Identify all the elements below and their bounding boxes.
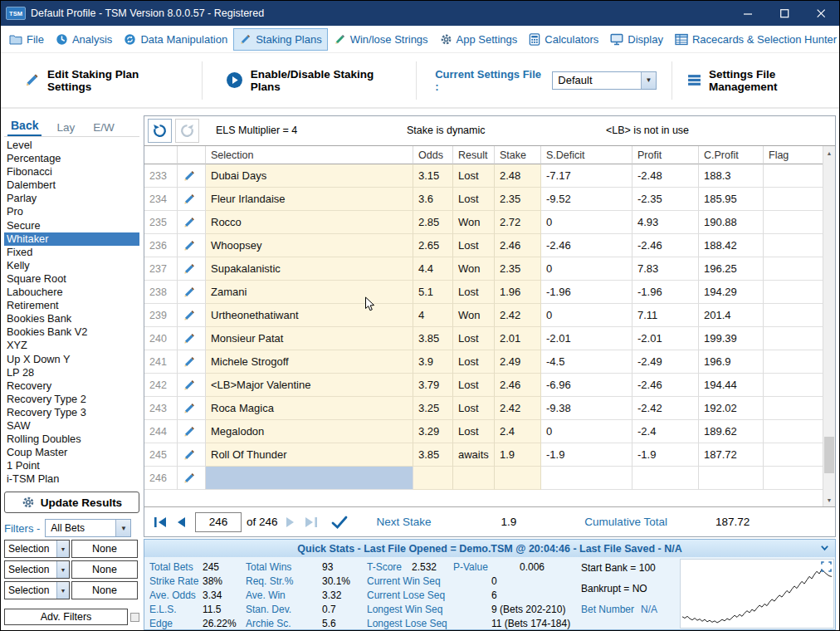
cell-selection[interactable]: Dubai Days bbox=[206, 164, 413, 188]
collapse-chevron-icon[interactable] bbox=[818, 542, 831, 555]
cell-sdeficit[interactable]: 0 bbox=[541, 211, 632, 234]
cell-result[interactable]: Lost bbox=[453, 420, 495, 443]
cell-cprofit[interactable]: 188.42 bbox=[699, 234, 764, 257]
cell-flag[interactable] bbox=[764, 397, 824, 420]
cell-cprofit[interactable]: 201.4 bbox=[699, 304, 764, 327]
cell-stake[interactable]: 2.01 bbox=[495, 327, 541, 350]
row-number-cell[interactable]: 236 bbox=[144, 234, 178, 257]
cell-selection[interactable]: Urtheonethatiwant bbox=[206, 304, 413, 327]
cell-profit[interactable]: -2.48 bbox=[632, 164, 699, 188]
adv-filters-button[interactable]: Adv. Filters bbox=[4, 609, 128, 625]
cell-stake[interactable]: 1.9 bbox=[495, 443, 541, 467]
cell-stake[interactable]: 2.42 bbox=[495, 304, 541, 327]
cell-sdeficit[interactable]: 0 bbox=[541, 257, 632, 281]
next-record-button[interactable] bbox=[285, 516, 296, 529]
cell-odds[interactable] bbox=[413, 467, 453, 490]
sidebar-item-xyz[interactable]: XYZ bbox=[4, 339, 139, 352]
cell-selection[interactable]: Supakalanistic bbox=[206, 257, 413, 281]
selection-filter-value-2[interactable]: None bbox=[71, 560, 138, 579]
cell-odds[interactable]: 3.29 bbox=[413, 420, 453, 443]
cell-selection[interactable]: Fleur Irlandaise bbox=[206, 188, 413, 211]
selection-filter-combobox-2[interactable]: Selection▼ bbox=[4, 560, 70, 579]
cell-odds[interactable]: 3.9 bbox=[413, 350, 453, 374]
cell-stake[interactable]: 2.35 bbox=[495, 257, 541, 281]
cell-odds[interactable]: 2.65 bbox=[413, 234, 453, 257]
cell-profit[interactable]: -2.42 bbox=[632, 397, 699, 420]
cell-cprofit[interactable]: 196.9 bbox=[699, 350, 764, 374]
cell-result[interactable]: Lost bbox=[453, 397, 495, 420]
sidebar-item-fibonacci[interactable]: Fibonacci bbox=[4, 165, 139, 179]
last-record-button[interactable] bbox=[303, 516, 319, 529]
edit-row-cell[interactable] bbox=[178, 164, 206, 188]
cell-cprofit[interactable]: 199.39 bbox=[699, 327, 764, 350]
sidebar-item-labouchere[interactable]: Labouchere bbox=[4, 286, 139, 299]
cell-selection[interactable]: Rocco bbox=[206, 211, 413, 234]
cell-profit[interactable]: -2.35 bbox=[632, 188, 699, 211]
row-number-cell[interactable]: 242 bbox=[144, 374, 178, 397]
cell-result[interactable]: Lost bbox=[453, 374, 495, 397]
cell-stake[interactable]: 2.4 bbox=[495, 420, 541, 443]
cell-stake[interactable]: 2.42 bbox=[495, 397, 541, 420]
update-results-button[interactable]: Update Results bbox=[4, 492, 139, 513]
cell-result[interactable]: Won bbox=[453, 211, 495, 234]
cell-profit[interactable]: -2.46 bbox=[632, 234, 699, 257]
cell-stake[interactable]: 2.35 bbox=[495, 188, 541, 211]
redo-refresh-button[interactable] bbox=[175, 119, 199, 143]
cell-result[interactable]: Lost bbox=[453, 327, 495, 350]
cell-cprofit[interactable]: 189.62 bbox=[699, 420, 764, 443]
cell-sdeficit[interactable] bbox=[541, 467, 632, 490]
cell-sdeficit[interactable]: -1.9 bbox=[541, 443, 632, 467]
cell-sdeficit[interactable]: 0 bbox=[541, 304, 632, 327]
selection-filter-combobox-1[interactable]: Selection▼ bbox=[4, 540, 70, 558]
menu-win-lose-strings[interactable]: Win/lose Strings bbox=[328, 28, 434, 51]
cell-odds[interactable]: 3.25 bbox=[413, 397, 453, 420]
cell-odds[interactable]: 2.85 bbox=[413, 211, 453, 234]
cell-sdeficit[interactable]: -6.96 bbox=[541, 374, 632, 397]
row-number-cell[interactable]: 237 bbox=[144, 257, 178, 281]
sidebar-item-whitaker[interactable]: Whitaker bbox=[4, 232, 139, 246]
row-number-cell[interactable]: 240 bbox=[144, 327, 178, 350]
sidebar-item-bookies-bank-v2[interactable]: Bookies Bank V2 bbox=[4, 325, 139, 339]
expand-chart-icon[interactable] bbox=[821, 561, 832, 575]
cell-cprofit[interactable]: 196.25 bbox=[699, 257, 764, 281]
cell-result[interactable]: Won bbox=[453, 257, 495, 281]
cell-stake[interactable]: 2.46 bbox=[495, 234, 541, 257]
vertical-scrollbar[interactable]: ▲ ▼ bbox=[823, 146, 835, 506]
cell-flag[interactable] bbox=[764, 257, 824, 281]
menu-staking-plans[interactable]: Staking Plans bbox=[233, 28, 328, 51]
edit-row-cell[interactable] bbox=[178, 467, 206, 490]
selection-filter-value-3[interactable]: None bbox=[71, 581, 138, 599]
cell-cprofit[interactable]: 192.02 bbox=[699, 397, 764, 420]
cell-selection[interactable]: Zamani bbox=[206, 281, 413, 304]
cell-sdeficit[interactable]: -1.96 bbox=[541, 281, 632, 304]
cell-cprofit[interactable]: 190.88 bbox=[699, 211, 764, 234]
cell-odds[interactable]: 3.85 bbox=[413, 443, 453, 467]
cell-odds[interactable]: 4 bbox=[413, 304, 453, 327]
edit-row-cell[interactable] bbox=[178, 374, 206, 397]
cell-selection[interactable]: Monsieur Patat bbox=[206, 327, 413, 350]
cell-sdeficit[interactable]: -2.01 bbox=[541, 327, 632, 350]
cell-cprofit[interactable]: 185.95 bbox=[699, 188, 764, 211]
cell-selection[interactable]: Michele Strogoff bbox=[206, 350, 413, 374]
chevron-down-icon[interactable]: ▼ bbox=[56, 541, 69, 557]
sidebar-item-i-tsm-plan[interactable]: i-TSM Plan bbox=[4, 472, 139, 486]
row-number-cell[interactable]: 234 bbox=[144, 188, 178, 211]
enable-disable-staking-plans-button[interactable]: Enable/Disable Staking Plans bbox=[226, 68, 398, 93]
row-number-cell[interactable]: 245 bbox=[144, 443, 178, 467]
close-button[interactable] bbox=[803, 1, 839, 26]
row-number-cell[interactable]: 243 bbox=[144, 397, 178, 420]
edit-row-cell[interactable] bbox=[178, 304, 206, 327]
cell-odds[interactable]: 3.6 bbox=[413, 188, 453, 211]
sidebar-item-kelly[interactable]: Kelly bbox=[4, 259, 139, 272]
cell-profit[interactable] bbox=[632, 467, 699, 490]
cell-cprofit[interactable]: 194.29 bbox=[699, 281, 764, 304]
sidebar-item-1-point[interactable]: 1 Point bbox=[4, 459, 139, 472]
sidebar-item-percentage[interactable]: Percentage bbox=[4, 152, 139, 165]
cell-cprofit[interactable]: 194.44 bbox=[699, 374, 764, 397]
cell-stake[interactable] bbox=[495, 467, 541, 490]
cell-result[interactable]: Lost bbox=[453, 164, 495, 188]
record-number-field[interactable]: 246 bbox=[195, 512, 242, 532]
cell-odds[interactable]: 4.4 bbox=[413, 257, 453, 281]
cell-profit[interactable]: 7.11 bbox=[632, 304, 699, 327]
chevron-down-icon[interactable]: ▼ bbox=[115, 520, 130, 536]
